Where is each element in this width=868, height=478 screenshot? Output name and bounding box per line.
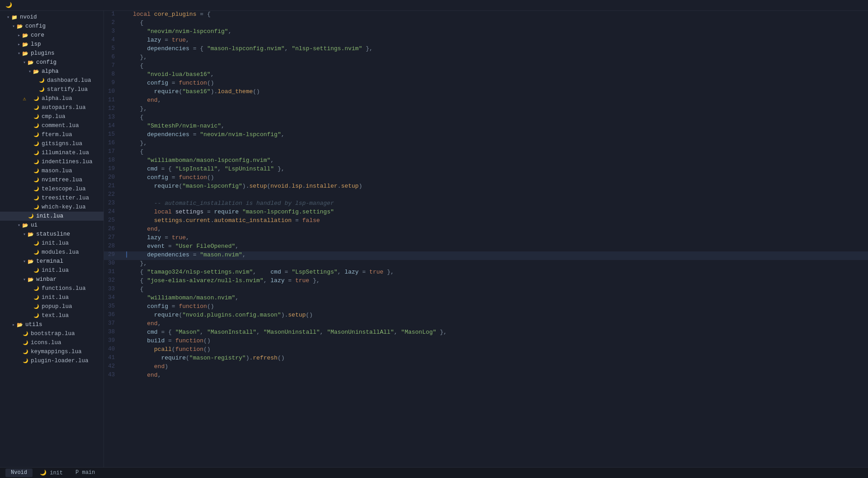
line-gutter xyxy=(122,114,131,123)
item-label: text.lua xyxy=(42,312,69,319)
sidebar-item-fterm-lua[interactable]: 🌙fterm.lua xyxy=(0,130,104,139)
sidebar-item-winbar-popup[interactable]: 🌙popup.lua xyxy=(0,302,104,311)
line-code: local core_plugins = { xyxy=(131,11,868,19)
sidebar-item-plugins[interactable]: ▾📂plugins xyxy=(0,49,104,58)
table-row: 12 }, xyxy=(104,105,868,114)
folder-arrow: ▾ xyxy=(22,60,27,65)
line-number: 34 xyxy=(104,294,122,303)
sidebar-item-config[interactable]: ▾📂config xyxy=(0,22,104,31)
sidebar-item-startify-lua[interactable]: 🌙startify.lua xyxy=(0,85,104,94)
line-gutter: │ xyxy=(122,251,131,260)
file-icon: 🌙 xyxy=(33,241,40,246)
line-gutter xyxy=(122,320,131,329)
sidebar-item-winbar-text[interactable]: 🌙text.lua xyxy=(0,311,104,320)
line-gutter xyxy=(122,277,131,286)
line-number: 19 xyxy=(104,166,122,174)
sidebar-item-indentlines-lua[interactable]: 🌙indentlines.lua xyxy=(0,157,104,166)
sidebar-item-terminal-init[interactable]: 🌙init.lua xyxy=(0,266,104,275)
folder-icon: 📂 xyxy=(16,24,24,29)
line-gutter xyxy=(122,148,131,157)
sidebar-item-comment-lua[interactable]: 🌙comment.lua xyxy=(0,121,104,130)
sidebar-item-winbar-init[interactable]: 🌙init.lua xyxy=(0,293,104,302)
sidebar-item-telescope-lua[interactable]: 🌙telescope.lua xyxy=(0,185,104,194)
sidebar-item-alpha[interactable]: ▾📂alpha xyxy=(0,67,104,76)
line-gutter xyxy=(122,174,131,183)
line-gutter xyxy=(122,54,131,62)
item-label: statusline xyxy=(36,231,70,237)
status-tab-🌙-init[interactable]: 🌙 init xyxy=(34,469,68,477)
cursor-indicator: │ xyxy=(125,251,128,258)
line-code: require("base16").load_theme() xyxy=(131,88,868,97)
line-code: }, xyxy=(131,54,868,62)
sidebar-item-which-key-lua[interactable]: 🌙which-key.lua xyxy=(0,203,104,212)
sidebar-item-autopairs-lua[interactable]: 🌙autopairs.lua xyxy=(0,103,104,112)
file-icon: 🌙 xyxy=(33,96,40,101)
sidebar-item-nvimtree-lua[interactable]: 🌙nvimtree.lua xyxy=(0,175,104,185)
item-label: popup.lua xyxy=(42,303,72,310)
line-number: 39 xyxy=(104,337,122,346)
sidebar-item-winbar[interactable]: ▾📂winbar xyxy=(0,275,104,284)
item-label: treesitter.lua xyxy=(42,195,89,201)
item-label: init.lua xyxy=(42,294,69,301)
sidebar-item-init-lua[interactable]: 🌙init.lua xyxy=(0,212,104,221)
sidebar-item-statusline-init[interactable]: 🌙init.lua xyxy=(0,239,104,248)
app: 🌙 ▾📁nvoid▾📂config▸📂core▸📂lsp▾📂plugins▾📂c… xyxy=(0,0,868,478)
file-icon: 🌙 xyxy=(22,358,29,364)
line-code: { "tamago324/nlsp-settings.nvim", cmd = … xyxy=(131,269,868,277)
sidebar-item-keymappings-lua[interactable]: 🌙keymappings.lua xyxy=(0,347,104,356)
sidebar-item-gitsigns-lua[interactable]: 🌙gitsigns.lua xyxy=(0,139,104,148)
sidebar-item-terminal[interactable]: ▾📂terminal xyxy=(0,257,104,266)
item-label: which-key.lua xyxy=(42,204,86,210)
file-icon: 🌙 xyxy=(22,340,29,345)
sidebar-item-utils[interactable]: ▸📂utils xyxy=(0,320,104,329)
folder-icon: 📂 xyxy=(33,69,40,75)
sidebar-item-statusline-modules[interactable]: 🌙modules.lua xyxy=(0,248,104,257)
file-icon: 🌙 xyxy=(33,286,40,291)
table-row: 42 end) xyxy=(104,363,868,372)
line-code: event = "User FileOpened", xyxy=(131,243,868,251)
code-area[interactable]: 1local core_plugins = {2 {3 "neovim/nvim… xyxy=(104,11,868,467)
line-code: lazy = true, xyxy=(131,234,868,243)
folder-arrow: ▾ xyxy=(16,222,22,228)
sidebar-item-cmp-lua[interactable]: 🌙cmp.lua xyxy=(0,112,104,121)
sidebar-item-bootstrap-lua[interactable]: 🌙bootstrap.lua xyxy=(0,329,104,338)
table-row: 18 "williamboman/mason-lspconfig.nvim", xyxy=(104,157,868,166)
line-gutter xyxy=(122,355,131,363)
folder-arrow: ▾ xyxy=(22,232,27,237)
sidebar-item-plugin-loader-lua[interactable]: 🌙plugin-loader.lua xyxy=(0,356,104,365)
folder-arrow: ▾ xyxy=(16,51,22,56)
sidebar-item-illuminate-lua[interactable]: 🌙illuminate.lua xyxy=(0,148,104,157)
line-number: 21 xyxy=(104,183,122,191)
sidebar-item-alpha-lua[interactable]: ⚠🌙alpha.lua xyxy=(0,94,104,103)
folder-arrow: ▾ xyxy=(22,259,27,264)
status-tab-nvoid[interactable]: Nvoid xyxy=(5,469,33,477)
sidebar-item-plugins-config[interactable]: ▾📂config xyxy=(0,58,104,67)
folder-icon: 📂 xyxy=(27,259,34,265)
status-tab-p-main[interactable]: P main xyxy=(70,469,100,477)
line-gutter xyxy=(122,62,131,71)
table-row: 15 dependencies = "neovim/nvim-lspconfig… xyxy=(104,131,868,140)
sidebar[interactable]: ▾📁nvoid▾📂config▸📂core▸📂lsp▾📂plugins▾📂con… xyxy=(0,11,104,467)
sidebar-item-lsp[interactable]: ▸📂lsp xyxy=(0,40,104,49)
table-row: 22 xyxy=(104,191,868,200)
line-gutter xyxy=(122,243,131,251)
sidebar-item-icons-lua[interactable]: 🌙icons.lua xyxy=(0,338,104,347)
line-gutter xyxy=(122,346,131,355)
sidebar-item-core[interactable]: ▸📂core xyxy=(0,31,104,40)
sidebar-item-mason-lua[interactable]: 🌙mason.lua xyxy=(0,166,104,175)
item-label: init.lua xyxy=(36,213,63,219)
sidebar-item-ui[interactable]: ▾📂ui xyxy=(0,221,104,230)
line-gutter xyxy=(122,37,131,45)
file-icon: 🌙 xyxy=(33,123,40,128)
sidebar-item-treesitter-lua[interactable]: 🌙treesitter.lua xyxy=(0,194,104,203)
sidebar-item-winbar-functions[interactable]: 🌙functions.lua xyxy=(0,284,104,293)
line-number: 26 xyxy=(104,226,122,234)
sidebar-item-dashboard-lua[interactable]: 🌙dashboard.lua xyxy=(0,76,104,85)
line-number: 10 xyxy=(104,88,122,97)
line-code: lazy = true, xyxy=(131,37,868,45)
sidebar-root[interactable]: ▾📁nvoid xyxy=(0,13,104,22)
sidebar-item-statusline[interactable]: ▾📂statusline xyxy=(0,230,104,239)
line-code: end, xyxy=(131,372,868,380)
file-icon: 🌙 xyxy=(38,78,45,83)
file-icon: 🌙 xyxy=(33,114,40,119)
